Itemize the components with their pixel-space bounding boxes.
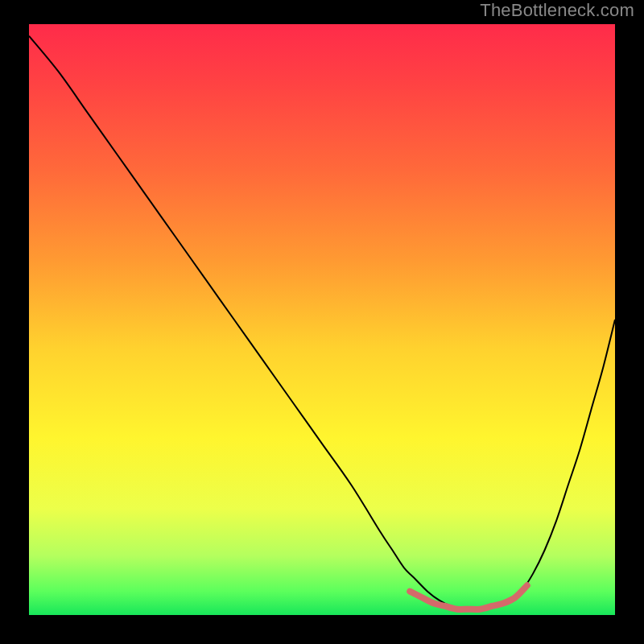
gradient-background	[29, 24, 615, 615]
chart-svg	[29, 24, 615, 615]
watermark-text: TheBottleneck.com	[480, 0, 634, 21]
plot-area	[29, 24, 615, 615]
chart-container: TheBottleneck.com	[0, 0, 644, 644]
